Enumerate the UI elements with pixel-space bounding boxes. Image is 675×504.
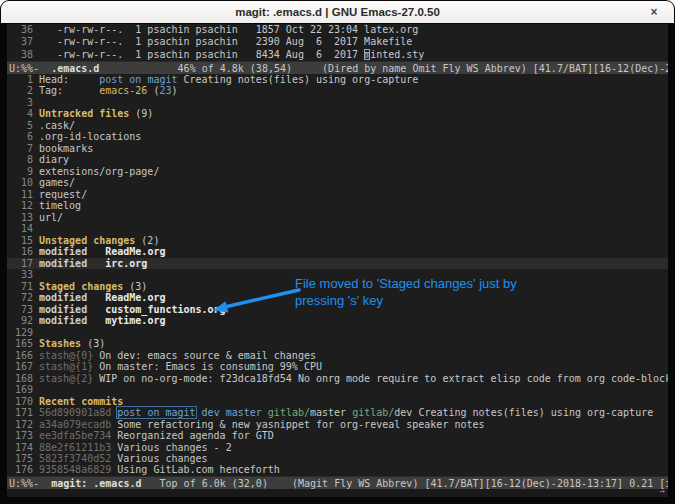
- line-number: 71: [15, 281, 33, 292]
- line-number: 36: [15, 24, 33, 36]
- line-number: 168: [15, 373, 33, 384]
- echo-area: →: [7, 489, 668, 497]
- emacs-frame: 36 -rw-rw-r--. 1 psachin psachin 1857 Oc…: [7, 24, 668, 497]
- buffer-line[interactable]: 172a34a079ecadb Some refactoring & new y…: [7, 419, 668, 430]
- line-number: 176: [15, 464, 33, 475]
- line-number: 3: [15, 97, 33, 108]
- buffer-line[interactable]: 3: [7, 97, 668, 108]
- line-number: 7: [15, 143, 33, 154]
- buffer-line[interactable]: 5.cask/: [7, 120, 668, 131]
- buffer-line[interactable]: 6.org-id-locations: [7, 131, 668, 142]
- buffer-line[interactable]: 14: [7, 223, 668, 234]
- annotation-arrow-icon: [207, 282, 307, 318]
- line-number: 175: [15, 453, 33, 464]
- line-number: 11: [15, 189, 33, 200]
- line-number: 72: [15, 292, 33, 303]
- buffer-line[interactable]: 1Head: post on magit Creating notes(file…: [7, 74, 668, 85]
- buffer-line[interactable]: 2Tag: emacs-26 (23): [7, 85, 668, 96]
- line-number: 14: [15, 223, 33, 234]
- line-number: 169: [15, 384, 33, 395]
- buffer-line[interactable]: 1755823f3740d52 Various changes: [7, 453, 668, 464]
- buffer-line[interactable]: 37 -rw-rw-r--. 1 psachin psachin 2390 Au…: [7, 36, 668, 48]
- buffer-line[interactable]: 1769358548a6829 Using GitLab.com hencefo…: [7, 464, 668, 475]
- buffer-line[interactable]: 11request/: [7, 189, 668, 200]
- close-icon[interactable]: ×: [646, 4, 662, 20]
- line-number: 38: [15, 49, 33, 61]
- buffer-line[interactable]: 7bookmarks: [7, 143, 668, 154]
- title-bar: magit: .emacs.d | GNU Emacs-27.0.50 ×: [1, 1, 674, 23]
- line-number: 92: [15, 315, 33, 326]
- buffer-line[interactable]: 12timelog: [7, 200, 668, 211]
- line-number: 129: [15, 327, 33, 338]
- line-number: 73: [15, 304, 33, 315]
- buffer-line[interactable]: 9extensions/org-page/: [7, 166, 668, 177]
- modeline-magit: U:%%- magit: .emacs.d Top of 6.0k (32,0)…: [7, 476, 668, 489]
- buffer-line[interactable]: 167stash@{1} On master: Emacs is consumi…: [7, 361, 668, 372]
- buffer-line[interactable]: 17156d890901a8d post on magit dev master…: [7, 407, 668, 418]
- buffer-line[interactable]: 16modified ReadMe.org: [7, 246, 668, 257]
- buffer-line[interactable]: 13url/: [7, 212, 668, 223]
- emacs-window: magit: .emacs.d | GNU Emacs-27.0.50 × 36…: [0, 0, 675, 504]
- buffer-line[interactable]: 10games/: [7, 177, 668, 188]
- buffer-line[interactable]: 92modified mytime.org: [7, 315, 668, 326]
- line-number: 17: [15, 258, 33, 269]
- buffer-line[interactable]: 17488e2f61211b3 Various changes - 2: [7, 442, 668, 453]
- line-number: 172: [15, 419, 33, 430]
- line-number: 1: [15, 74, 33, 85]
- window-title: magit: .emacs.d | GNU Emacs-27.0.50: [235, 6, 440, 18]
- line-number: 167: [15, 361, 33, 372]
- buffer-line[interactable]: 173ee3dfa5be734 Reorganized agenda for G…: [7, 430, 668, 441]
- line-number: 9: [15, 166, 33, 177]
- line-number: 173: [15, 430, 33, 441]
- line-number: 171: [15, 407, 33, 418]
- line-number: 10: [15, 177, 33, 188]
- line-number: 174: [15, 442, 33, 453]
- line-number: 33: [15, 269, 33, 280]
- line-number: 12: [15, 200, 33, 211]
- buffer-line[interactable]: 4Untracked files (9): [7, 108, 668, 119]
- dired-buffer[interactable]: 36 -rw-rw-r--. 1 psachin psachin 1857 Oc…: [7, 24, 668, 61]
- modeline-dired: U:%%- .emacs.d 46% of 4.8k (38,54) (Dire…: [7, 61, 668, 74]
- line-number: 166: [15, 350, 33, 361]
- line-number: 13: [15, 212, 33, 223]
- buffer-line[interactable]: 8diary: [7, 154, 668, 165]
- buffer-line[interactable]: 15Unstaged changes (2): [7, 235, 668, 246]
- annotation-text: File moved to 'Staged changes' just bypr…: [295, 275, 517, 309]
- truncation-arrow-icon: →: [660, 486, 665, 496]
- buffer-line[interactable]: 129: [7, 327, 668, 338]
- line-number: 5: [15, 120, 33, 131]
- line-number: 16: [15, 246, 33, 257]
- buffer-line[interactable]: 166stash@{0} On dev: emacs source & emai…: [7, 350, 668, 361]
- line-number: 6: [15, 131, 33, 142]
- line-number: 165: [15, 338, 33, 349]
- line-number: 15: [15, 235, 33, 246]
- buffer-line[interactable]: 36 -rw-rw-r--. 1 psachin psachin 1857 Oc…: [7, 24, 668, 36]
- line-number: 170: [15, 396, 33, 407]
- buffer-line[interactable]: 169: [7, 384, 668, 395]
- buffer-line[interactable]: 168stash@{2} WIP on no-org-mode: f23dca1…: [7, 373, 668, 384]
- line-number: 8: [15, 154, 33, 165]
- buffer-line[interactable]: 165Stashes (3): [7, 338, 668, 349]
- line-number: 2: [15, 85, 33, 96]
- buffer-line[interactable]: 17modified irc.org: [7, 258, 668, 269]
- buffer-line[interactable]: 170Recent commits: [7, 396, 668, 407]
- line-number: 4: [15, 108, 33, 119]
- buffer-line[interactable]: 38 -rw-rw-r--. 1 psachin psachin 8434 Au…: [7, 49, 668, 61]
- line-number: 37: [15, 36, 33, 48]
